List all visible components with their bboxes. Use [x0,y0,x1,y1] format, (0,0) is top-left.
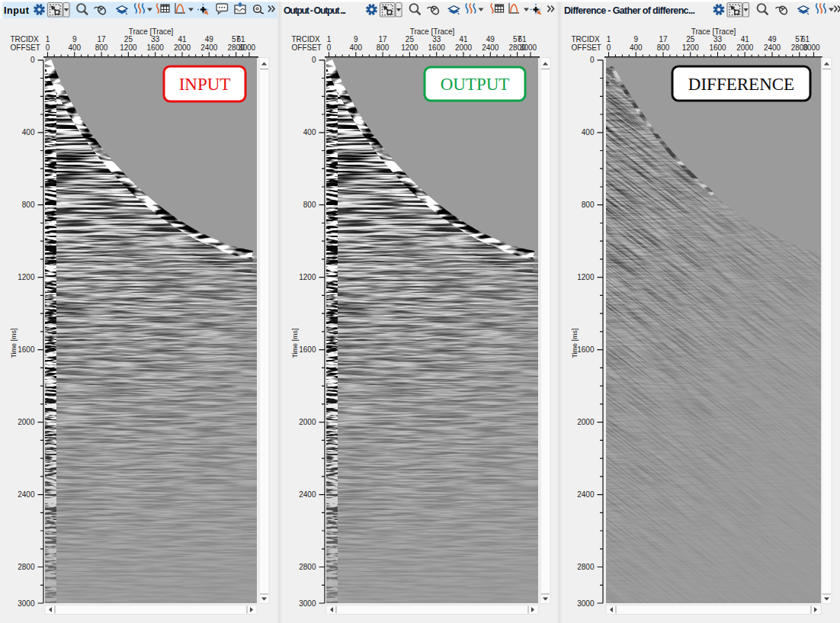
svg-text:1200: 1200 [120,43,137,52]
svg-text:2400: 2400 [764,43,781,52]
svg-text:2000: 2000 [174,43,191,52]
svg-text:OFFSET: OFFSET [11,43,40,52]
svg-text:1: 1 [607,35,611,43]
svg-text:17: 17 [659,35,668,43]
svg-text:400: 400 [349,43,362,52]
svg-text:0: 0 [590,56,595,64]
svg-text:33: 33 [151,35,160,43]
svg-text:25: 25 [686,35,695,43]
svg-text:OFFSET: OFFSET [572,43,601,52]
svg-text:0: 0 [607,43,611,52]
svg-text:2800: 2800 [18,563,35,571]
svg-text:2000: 2000 [577,418,595,426]
svg-text:800: 800 [303,201,316,209]
svg-text:Time [ms]: Time [ms] [10,328,18,358]
svg-text:0: 0 [327,43,332,52]
svg-text:1: 1 [327,35,332,43]
svg-text:1600: 1600 [428,43,446,52]
svg-text:25: 25 [406,35,415,43]
svg-text:9: 9 [354,35,358,43]
svg-text:33: 33 [432,35,441,43]
svg-text:TRCIDX: TRCIDX [11,35,40,43]
svg-text:1200: 1200 [682,43,700,52]
svg-text:2000: 2000 [299,418,316,426]
svg-text:DIFFERENCE: DIFFERENCE [688,75,794,94]
svg-text:41: 41 [459,35,468,43]
svg-text:49: 49 [205,35,214,43]
svg-text:1200: 1200 [577,273,595,281]
svg-text:Trace [Trace]: Trace [Trace] [691,27,736,36]
svg-text:800: 800 [22,201,35,209]
svg-text:49: 49 [768,35,777,43]
svg-text:2800: 2800 [577,563,595,571]
svg-text:400: 400 [22,128,35,136]
svg-text:61: 61 [518,35,527,43]
svg-text:1200: 1200 [401,43,418,52]
svg-text:33: 33 [713,35,723,43]
svg-text:0: 0 [312,56,316,64]
svg-text:61: 61 [801,35,810,43]
svg-text:3000: 3000 [239,43,256,52]
svg-text:17: 17 [379,35,388,43]
svg-text:2400: 2400 [482,43,499,52]
svg-text:800: 800 [95,43,108,52]
svg-text:9: 9 [72,35,77,43]
svg-text:2000: 2000 [455,43,473,52]
svg-text:Trace [Trace]: Trace [Trace] [129,27,174,36]
svg-text:Difference - Gather of differe: Difference - Gather of differenc... [564,5,695,16]
svg-text:0: 0 [46,43,50,52]
svg-text:1600: 1600 [577,345,595,354]
svg-text:2000: 2000 [18,418,35,426]
svg-text:400: 400 [582,128,595,136]
svg-text:Trace [Trace]: Trace [Trace] [410,27,455,36]
svg-text:400: 400 [303,128,316,136]
svg-text:61: 61 [236,35,245,43]
svg-text:INPUT: INPUT [179,75,231,94]
svg-text:Time [ms]: Time [ms] [291,328,299,358]
svg-text:17: 17 [98,35,107,43]
svg-text:OUTPUT: OUTPUT [441,75,510,94]
svg-text:1200: 1200 [18,273,35,281]
svg-text:1600: 1600 [147,43,165,52]
svg-text:800: 800 [377,43,390,52]
svg-text:3000: 3000 [520,43,537,52]
svg-text:3000: 3000 [577,599,595,608]
svg-text:2000: 2000 [736,43,754,52]
svg-text:1: 1 [46,35,50,43]
svg-text:800: 800 [657,43,670,52]
svg-text:2400: 2400 [577,490,595,499]
svg-text:1600: 1600 [709,43,726,52]
svg-text:49: 49 [486,35,495,43]
svg-text:2400: 2400 [200,43,218,52]
svg-text:1600: 1600 [299,345,316,354]
svg-text:3000: 3000 [803,43,820,52]
svg-text:2400: 2400 [299,490,316,499]
svg-text:1600: 1600 [18,345,35,354]
svg-text:1200: 1200 [299,273,316,281]
svg-text:400: 400 [630,43,643,52]
svg-text:Input: Input [4,5,30,16]
svg-text:OFFSET: OFFSET [292,43,322,52]
svg-text:800: 800 [582,201,595,209]
svg-text:2400: 2400 [18,490,35,499]
svg-text:Time [ms]: Time [ms] [571,328,579,358]
svg-text:25: 25 [124,35,133,43]
svg-text:3000: 3000 [299,599,316,608]
svg-text:0: 0 [30,56,35,64]
svg-text:TRCIDX: TRCIDX [572,35,601,43]
svg-text:3000: 3000 [18,599,35,608]
svg-text:41: 41 [741,35,750,43]
svg-text:Output - Output ...: Output - Output ... [284,5,346,16]
svg-text:400: 400 [68,43,81,52]
svg-text:2800: 2800 [299,563,316,571]
svg-text:TRCIDX: TRCIDX [292,35,321,43]
svg-text:9: 9 [633,35,638,43]
svg-text:41: 41 [178,35,187,43]
